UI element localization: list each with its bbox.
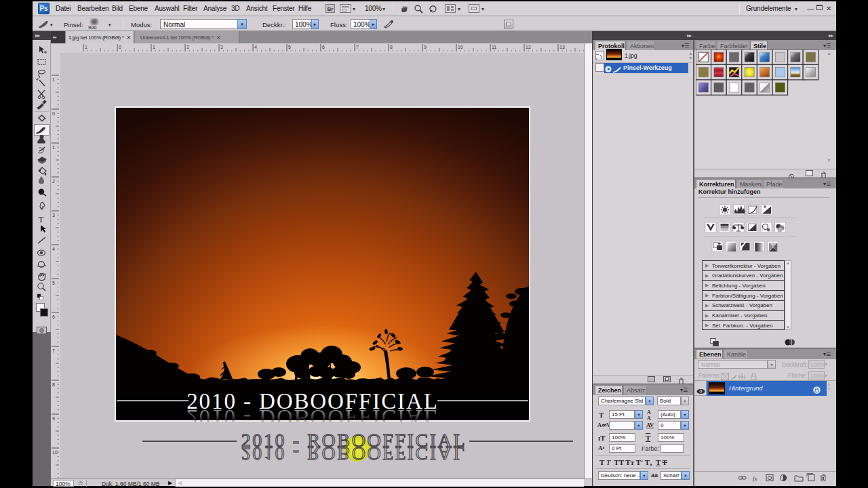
svg-text:9: 9 (52, 416, 55, 421)
svg-text:7: 7 (52, 348, 55, 353)
svg-text:11: 11 (492, 45, 496, 49)
svg-text:5: 5 (52, 281, 55, 285)
svg-text:4: 4 (254, 45, 257, 49)
svg-text:T: T (39, 214, 44, 224)
svg-text:fx: fx (753, 475, 757, 482)
svg-text:6: 6 (322, 45, 325, 49)
svg-text:2: 2 (52, 179, 55, 184)
svg-text:1: 1 (52, 145, 55, 150)
svg-text:7: 7 (356, 45, 359, 49)
svg-text:10: 10 (52, 450, 58, 455)
svg-text:0: 0 (119, 45, 121, 49)
svg-text:3: 3 (52, 213, 55, 218)
svg-text:1: 1 (153, 45, 155, 49)
svg-text:5: 5 (288, 45, 291, 49)
svg-text:1: 1 (52, 77, 55, 82)
svg-text:1: 1 (85, 45, 87, 49)
svg-text:0: 0 (52, 111, 55, 116)
svg-text:6: 6 (52, 314, 55, 319)
svg-text:10: 10 (458, 45, 463, 49)
svg-text:8: 8 (52, 382, 55, 387)
svg-text:2: 2 (186, 45, 189, 49)
svg-text:3: 3 (220, 45, 223, 49)
svg-text:4: 4 (52, 247, 55, 251)
svg-text:9: 9 (424, 45, 427, 49)
svg-text:13: 13 (559, 45, 565, 49)
svg-text:8: 8 (390, 45, 393, 49)
svg-text:12: 12 (526, 45, 531, 49)
